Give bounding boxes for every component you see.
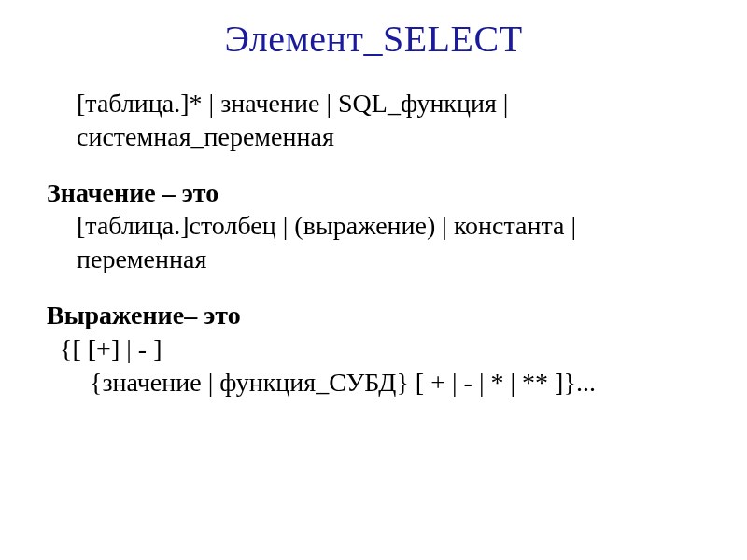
expression-line-2: {значение | функция_СУБД} [ + | - | * | … <box>60 366 700 399</box>
expression-section: Выражение– это {[ [+] | - ] {значение | … <box>47 299 700 399</box>
slide-body: [таблица.]* | значение | SQL_функция | с… <box>47 87 700 399</box>
expression-heading: Выражение– это <box>47 299 700 332</box>
expression-body: {[ [+] | - ] {значение | функция_СУБД} [… <box>47 332 700 399</box>
expression-line-1: {[ [+] | - ] <box>60 332 700 366</box>
value-body: [таблица.]столбец | (выражение) | конста… <box>47 209 700 276</box>
slide: Элемент_SELECT [таблица.]* | значение | … <box>0 0 747 560</box>
value-section: Значение – это [таблица.]столбец | (выра… <box>47 176 700 276</box>
value-heading: Значение – это <box>47 176 700 210</box>
syntax-definition: [таблица.]* | значение | SQL_функция | с… <box>47 87 700 154</box>
slide-title: Элемент_SELECT <box>47 17 700 61</box>
